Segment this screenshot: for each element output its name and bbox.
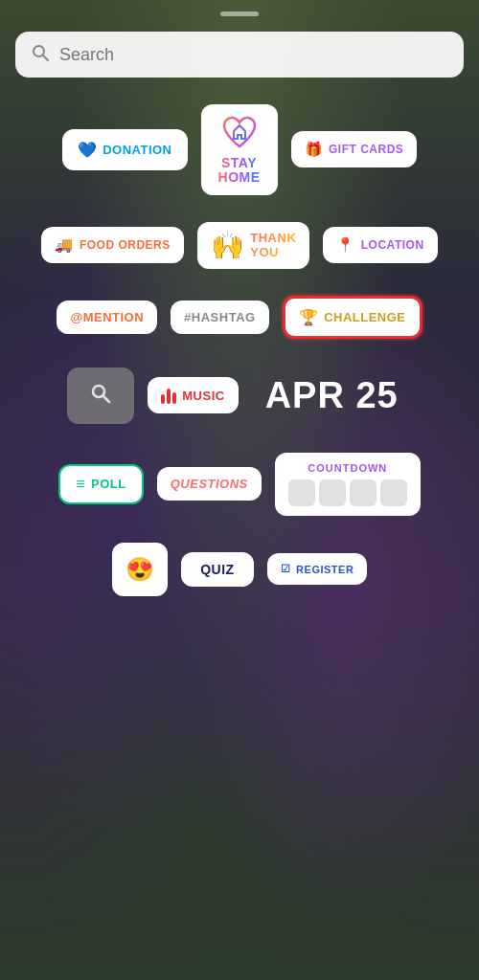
music-bars-icon [161,387,176,404]
stay-home-icon [220,114,259,150]
search-input[interactable] [59,45,448,65]
search-icon [31,43,50,66]
countdown-box-2 [319,479,346,506]
sticker-row-6: 😍 QUIZ ☑ REGISTER [15,543,464,596]
questions-label: QUESTIONS [171,477,248,491]
mention-label: @MENTION [70,310,144,324]
search-sticker[interactable] [67,368,134,424]
hashtag-sticker[interactable]: #HASHTAG [171,301,269,334]
sticker-row-3: @MENTION #HASHTAG 🏆 CHALLENGE [15,296,464,339]
countdown-boxes [288,479,407,506]
svg-line-1 [43,56,48,60]
mention-sticker[interactable]: @MENTION [57,301,157,334]
location-label: LOCATION [361,238,424,252]
date-sticker[interactable]: APR 25 [252,366,412,426]
svg-line-4 [103,396,109,402]
poll-icon: ≡ [76,476,85,493]
poll-label: POLL [91,477,126,491]
stay-home-sticker[interactable]: STAYHOME [201,104,278,195]
quiz-sticker[interactable]: QUIZ [181,552,253,587]
quiz-label: QUIZ [200,562,234,577]
music-label: MUSIC [182,389,224,403]
food-orders-label: FOOD ORDERS [80,238,171,252]
emoji-sticker[interactable]: 😍 [112,543,169,596]
sticker-row-2: 🚚 FOOD ORDERS 🙌 THANKYOU 📍 LOCATION [15,222,464,269]
register-sticker[interactable]: ☑ REGISTER [267,553,368,585]
stay-home-label: STAYHOME [218,156,261,186]
countdown-box-1 [288,479,315,506]
challenge-icon: 🏆 [299,308,319,326]
date-label: APR 25 [265,375,399,416]
food-orders-sticker[interactable]: 🚚 FOOD ORDERS [41,227,183,263]
main-content: 💙 DONATION [0,11,479,596]
search-sticker-icon [90,383,111,409]
challenge-sticker[interactable]: 🏆 CHALLENGE [283,296,422,339]
poll-sticker[interactable]: ≡ POLL [58,464,144,504]
food-orders-icon: 🚚 [55,236,74,254]
gift-cards-icon: 🎁 [305,141,324,158]
location-sticker[interactable]: 📍 LOCATION [323,227,437,263]
thank-you-label: THANKYOU [250,231,296,260]
donation-icon: 💙 [78,141,98,159]
register-icon: ☑ [281,563,291,575]
music-sticker[interactable]: MUSIC [148,377,238,413]
donation-label: DONATION [103,143,171,157]
countdown-sticker[interactable]: COUNTDOWN [275,453,421,516]
register-label: REGISTER [296,564,354,575]
sticker-row-5: ≡ POLL QUESTIONS COUNTDOWN [15,453,464,516]
thank-you-icon: 🙌 [211,230,245,261]
location-icon: 📍 [336,236,355,254]
sticker-row-1: 💙 DONATION [15,104,464,195]
svg-marker-2 [234,125,245,139]
challenge-label: CHALLENGE [324,310,405,324]
questions-sticker[interactable]: QUESTIONS [157,467,262,501]
search-bar[interactable] [15,32,464,78]
gift-cards-label: GIFT CARDS [329,143,403,156]
sticker-row-4: MUSIC APR 25 [15,366,464,426]
emoji-label: 😍 [125,556,155,583]
countdown-label: COUNTDOWN [308,462,387,474]
gift-cards-sticker[interactable]: 🎁 GIFT CARDS [291,131,418,167]
hashtag-label: #HASHTAG [184,310,256,324]
countdown-box-4 [380,479,407,506]
donation-sticker[interactable]: 💙 DONATION [62,129,188,170]
countdown-box-3 [350,479,376,506]
thank-you-sticker[interactable]: 🙌 THANKYOU [197,222,310,269]
drag-handle[interactable] [220,11,259,16]
sticker-grid: 💙 DONATION [15,104,464,596]
